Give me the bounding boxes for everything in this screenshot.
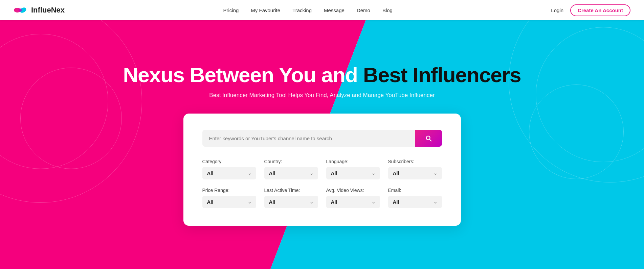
chevron-down-icon: ⌄ <box>248 199 251 204</box>
filter-email-value: All <box>393 199 399 205</box>
chevron-down-icon: ⌄ <box>310 171 313 176</box>
filter-category-select[interactable]: All ⌄ <box>202 167 256 179</box>
filter-subscribers: Subscribers: All ⌄ <box>388 159 442 179</box>
filter-email-select[interactable]: All ⌄ <box>388 196 442 208</box>
filter-category-label: Category: <box>202 159 256 164</box>
hero-title-part1: Nexus Between You and <box>123 63 363 87</box>
main-nav: Pricing My Favourite Tracking Message De… <box>223 7 392 13</box>
filter-category: Category: All ⌄ <box>202 159 256 179</box>
filter-price-range-label: Price Range: <box>202 188 256 193</box>
filter-language-select[interactable]: All ⌄ <box>326 167 380 179</box>
filter-country-value: All <box>269 170 275 176</box>
nav-my-favourite[interactable]: My Favourite <box>251 7 280 13</box>
filter-avg-video-views-select[interactable]: All ⌄ <box>326 196 380 208</box>
chevron-down-icon: ⌄ <box>434 199 437 204</box>
filter-language-value: All <box>331 170 337 176</box>
hero-section: Nexus Between You and Best Influencers B… <box>0 0 644 269</box>
search-input[interactable] <box>202 130 415 147</box>
filter-avg-video-views: Avg. Video Views: All ⌄ <box>326 188 380 208</box>
filter-last-active-time-value: All <box>269 199 275 205</box>
hero-title: Nexus Between You and Best Influencers <box>123 64 521 87</box>
navbar: InflueNex Pricing My Favourite Tracking … <box>0 0 644 20</box>
filter-avg-video-views-label: Avg. Video Views: <box>326 188 380 193</box>
filters-grid: Category: All ⌄ Country: All ⌄ Language: <box>202 159 442 208</box>
search-button[interactable] <box>415 130 442 147</box>
chevron-down-icon: ⌄ <box>434 171 437 176</box>
filter-last-active-time-select[interactable]: All ⌄ <box>264 196 318 208</box>
nav-demo[interactable]: Demo <box>357 7 370 13</box>
filter-price-range: Price Range: All ⌄ <box>202 188 256 208</box>
chevron-down-icon: ⌄ <box>248 171 251 176</box>
filter-subscribers-select[interactable]: All ⌄ <box>388 167 442 179</box>
filter-category-value: All <box>207 170 214 176</box>
filter-price-range-value: All <box>207 199 214 205</box>
filter-price-range-select[interactable]: All ⌄ <box>202 196 256 208</box>
filter-last-active-time-label: Last Active Time: <box>264 188 318 193</box>
chevron-down-icon: ⌄ <box>310 199 313 204</box>
logo-icon <box>14 5 28 15</box>
search-bar-row <box>202 130 442 147</box>
filter-language-label: Language: <box>326 159 380 164</box>
hero-subtitle: Best Influencer Marketing Tool Helps You… <box>209 92 435 99</box>
filter-email: Email: All ⌄ <box>388 188 442 208</box>
svg-point-2 <box>19 8 22 12</box>
hero-title-part2: Best Influencers <box>363 63 521 87</box>
filter-subscribers-value: All <box>393 170 399 176</box>
chevron-down-icon: ⌄ <box>372 199 375 204</box>
brand-name: InflueNex <box>31 6 65 15</box>
nav-tracking[interactable]: Tracking <box>292 7 312 13</box>
create-account-button[interactable]: Create An Account <box>570 4 630 16</box>
search-card: Category: All ⌄ Country: All ⌄ Language: <box>183 114 461 226</box>
filter-last-active-time: Last Active Time: All ⌄ <box>264 188 318 208</box>
nav-message[interactable]: Message <box>324 7 345 13</box>
navbar-brand-group: InflueNex <box>14 5 65 15</box>
filter-country-label: Country: <box>264 159 318 164</box>
filter-language: Language: All ⌄ <box>326 159 380 179</box>
filter-subscribers-label: Subscribers: <box>388 159 442 164</box>
filter-email-label: Email: <box>388 188 442 193</box>
chevron-down-icon: ⌄ <box>372 171 375 176</box>
filter-country-select[interactable]: All ⌄ <box>264 167 318 179</box>
login-button[interactable]: Login <box>551 7 563 13</box>
search-icon <box>425 134 432 142</box>
filter-avg-video-views-value: All <box>331 199 337 205</box>
nav-blog[interactable]: Blog <box>382 7 393 13</box>
filter-country: Country: All ⌄ <box>264 159 318 179</box>
navbar-actions: Login Create An Account <box>551 4 630 16</box>
nav-pricing[interactable]: Pricing <box>223 7 239 13</box>
hero-content: Nexus Between You and Best Influencers B… <box>0 64 644 226</box>
